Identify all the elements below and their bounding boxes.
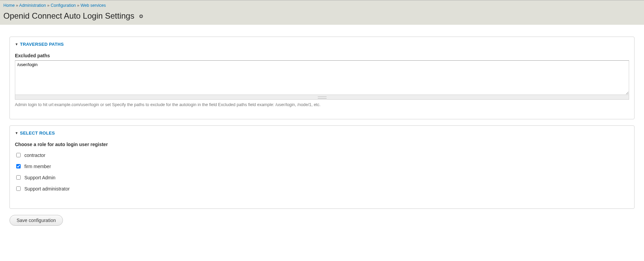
- add-shortcut-icon[interactable]: [139, 14, 143, 18]
- role-label: firm member: [24, 164, 51, 169]
- role-option-firm-member: firm member: [15, 163, 629, 169]
- traversed-paths-panel: ▼ TRAVERSED PATHS Excluded paths Admin l…: [9, 37, 635, 119]
- role-label: Support administrator: [24, 186, 70, 192]
- content-region: ▼ TRAVERSED PATHS Excluded paths Admin l…: [0, 25, 644, 238]
- breadcrumb-link-administration[interactable]: Administration: [19, 3, 46, 8]
- breadcrumb-link-configuration[interactable]: Configuration: [51, 3, 76, 8]
- page-header: Home » Administration » Configuration » …: [0, 0, 644, 25]
- role-checkbox-support-administrator[interactable]: [16, 186, 21, 191]
- select-roles-toggle[interactable]: ▼ SELECT ROLES: [15, 126, 629, 136]
- breadcrumb: Home » Administration » Configuration » …: [3, 3, 641, 8]
- caret-down-icon: ▼: [15, 42, 18, 46]
- caret-down-icon: ▼: [15, 131, 18, 135]
- role-checkbox-firm-member[interactable]: [16, 164, 21, 168]
- traversed-paths-legend: TRAVERSED PATHS: [20, 42, 64, 47]
- role-label: contractor: [24, 153, 45, 158]
- save-configuration-button[interactable]: Save configuration: [9, 215, 63, 226]
- roles-choose-label: Choose a role for auto login user regist…: [15, 142, 629, 147]
- textarea-resize-grippie[interactable]: [15, 95, 629, 100]
- breadcrumb-separator: »: [47, 3, 49, 8]
- breadcrumb-link-web-services[interactable]: Web services: [81, 3, 106, 8]
- role-option-support-admin: Support Admin: [15, 174, 629, 181]
- role-option-support-administrator: Support administrator: [15, 185, 629, 192]
- roles-form-item: Choose a role for auto login user regist…: [15, 142, 629, 192]
- excluded-paths-textarea[interactable]: [15, 60, 629, 95]
- traversed-paths-toggle[interactable]: ▼ TRAVERSED PATHS: [15, 37, 629, 47]
- role-label: Support Admin: [24, 175, 55, 180]
- select-roles-legend: SELECT ROLES: [20, 130, 55, 136]
- excluded-paths-form-item: Excluded paths Admin login to hit url:ex…: [15, 53, 629, 107]
- form-actions: Save configuration: [9, 215, 635, 226]
- breadcrumb-separator: »: [16, 3, 18, 8]
- page-title: Openid Connect Auto Login Settings: [3, 11, 134, 21]
- breadcrumb-link-home[interactable]: Home: [3, 3, 15, 8]
- excluded-paths-label: Excluded paths: [15, 53, 629, 58]
- role-checkbox-contractor[interactable]: [16, 153, 21, 157]
- svg-rect-2: [140, 16, 142, 17]
- role-option-contractor: contractor: [15, 152, 629, 158]
- select-roles-panel: ▼ SELECT ROLES Choose a role for auto lo…: [9, 125, 635, 209]
- roles-checkbox-group: contractor firm member Support Admin Sup…: [15, 152, 629, 192]
- breadcrumb-separator: »: [77, 3, 80, 8]
- excluded-paths-description: Admin login to hit url:example.com/user/…: [15, 102, 629, 107]
- role-checkbox-support-admin[interactable]: [16, 175, 21, 180]
